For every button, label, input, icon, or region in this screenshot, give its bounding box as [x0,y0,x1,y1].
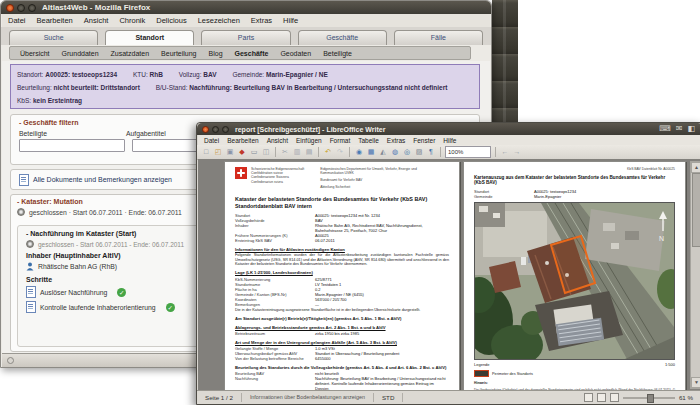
cut-icon[interactable]: ✂ [280,147,290,157]
filter-field-label-beteiligte: Beteiligte [19,130,126,137]
export-pdf-icon[interactable]: ◆ [237,147,247,157]
scroll-up-arrow[interactable]: ▲ [691,162,700,173]
undo-icon[interactable]: ↶ [323,147,333,157]
menu-tabelle[interactable]: Tabelle [358,137,379,144]
open-icon[interactable]: ◰ [213,147,223,157]
subtab-grunddaten[interactable]: Grunddaten [62,50,99,57]
swiss-cross-logo-icon [235,167,247,179]
toolbar-separator [275,147,276,157]
menu-datei[interactable]: Datei [8,16,26,25]
multi-page-view-icon[interactable] [597,393,606,402]
maximize-button[interactable] [28,4,36,12]
keyboard-indicator-icon[interactable]: ⌨ [659,124,671,133]
mail-indicator-icon[interactable]: ✉ [676,124,683,133]
info-line-1: Standort: A00025: testoeops1234 KTU: RhB… [17,68,473,81]
tab-suche[interactable]: Suche [9,30,98,45]
all-documents-link[interactable]: Alle Dokumente und Bemerkungen anzeigen [33,176,172,183]
document-area: Schweizerische Eidgenossenschaft Confédé… [198,159,700,391]
draw-functions-icon[interactable]: ◭ [378,147,388,157]
check-icon: ✓ [117,288,126,297]
zoom-combobox[interactable]: 100% [445,146,491,158]
task-icon [26,286,36,298]
copy-icon[interactable]: ▥ [292,147,302,157]
document-title: Kataster der belasteten Standorte des Bu… [235,196,440,209]
close-button[interactable] [6,4,14,12]
paste-icon[interactable]: ▤ [304,147,314,157]
toolbar-separator [318,147,319,157]
table-icon[interactable]: ▦ [366,147,376,157]
book-view-icon[interactable] [610,393,619,402]
gallery-icon[interactable]: ▨ [414,147,424,157]
minimize-button[interactable] [17,4,25,12]
window-title: Altlast4Web - Mozilla Firefox [42,3,150,12]
hinweis-label: Hinweis: [474,381,675,385]
vertical-scrollbar[interactable]: ▲ ▼ [690,161,700,389]
page-preview-icon[interactable]: ◫ [261,147,271,157]
letterhead: Schweizerische Eidgenossenschaft Confédé… [235,167,449,191]
section-header: Ablagerungs- und Betriebsstandorte gemäs… [235,325,449,330]
menu-bearbeiten[interactable]: Bearbeiten [37,16,73,25]
subtab-beurteilung[interactable]: Beurteilung [161,50,196,57]
step-kontrolle-link[interactable]: Kontrolle laufende Inhaberorientierung [40,304,156,311]
background-window-edge [492,0,518,132]
menu-delicious[interactable]: Delicious [156,16,186,25]
zoom-slider[interactable] [623,397,675,399]
nav-back-icon[interactable]: ← [500,147,510,157]
inhaber-link[interactable]: Rhätische Bahn AG (RhB) [38,263,117,270]
tab-faelle[interactable]: Fälle [394,30,483,45]
step-ausloeser-link[interactable]: Auslöser Nachführung [40,289,107,296]
menu-lesezeichen[interactable]: Lesezeichen [198,16,240,25]
session-indicator-icon[interactable]: ◧ [687,124,695,133]
main-tab-bar: Suche Standort Parts Geschäfte Fälle [1,27,491,45]
menu-fenster[interactable]: Fenster [413,137,435,144]
indicator-tray: ⌨ ✉ ◧ [659,124,695,133]
minimize-button[interactable] [212,126,219,133]
svg-text:N: N [659,235,664,242]
subtab-beteiligte[interactable]: Beteiligte [323,50,352,57]
menu-chronik[interactable]: Chronik [119,16,145,25]
tab-standort[interactable]: Standort [105,30,194,45]
redo-icon[interactable]: ↷ [335,147,345,157]
menu-ansicht[interactable]: Ansicht [84,16,109,25]
scrollbar-thumb[interactable] [692,173,700,247]
save-icon[interactable]: ▣ [225,147,235,157]
nonprinting-chars-icon[interactable]: ¶ [426,147,436,157]
single-page-view-icon[interactable] [584,393,593,402]
subtab-zusatzdaten[interactable]: Zusatzdaten [111,50,150,57]
tab-parts[interactable]: Parts [201,30,290,45]
menu-einfuegen[interactable]: Einfügen [296,137,322,144]
menu-datei[interactable]: Datei [204,137,219,144]
subtab-blog[interactable]: Blog [209,50,223,57]
menu-hilfe[interactable]: Hilfe [283,16,298,25]
scroll-down-arrow[interactable]: ▼ [691,377,700,388]
maximize-button[interactable] [222,126,229,133]
menu-format[interactable]: Format [330,137,351,144]
status-insert-mode[interactable]: STD [374,393,403,402]
status-hint: Informationen über Bodenbelastungen anze… [242,393,374,402]
new-document-icon[interactable]: □ [201,147,211,157]
tab-geschaefte[interactable]: Geschäfte [298,30,387,45]
nav-forward-icon[interactable]: → [512,147,522,157]
print-icon[interactable]: ▭ [249,147,259,157]
zoom-controls: 61 % [584,393,700,402]
legend-item: Perimeter des Standorts [474,370,675,377]
beteiligte-input[interactable] [19,139,125,152]
menu-extras[interactable]: Extras [387,137,405,144]
info-line-3: KbS: kein Ersteintrag [17,94,473,107]
subtab-uebersicht[interactable]: Übersicht [20,50,50,57]
hyperlink-icon[interactable]: ◉ [354,147,364,157]
close-button[interactable] [202,126,209,133]
subtab-geschaefte[interactable]: Geschäfte [235,50,269,57]
zoom-percentage[interactable]: 61 % [679,394,693,401]
menu-bearbeiten[interactable]: Bearbeiten [227,137,258,144]
gear-icon [26,240,34,248]
find-replace-icon[interactable]: ◍ [390,147,400,157]
subtab-geodaten[interactable]: Geodaten [280,50,311,57]
menu-ansicht[interactable]: Ansicht [267,137,288,144]
menu-extras[interactable]: Extras [251,16,272,25]
menu-hilfe[interactable]: Hilfe [443,137,456,144]
navigator-icon[interactable]: ◎ [402,147,412,157]
sub-tab-bar: Übersicht Grunddaten Zusatzdaten Beurtei… [9,46,471,60]
status-page-indicator[interactable]: Seite 1 / 2 [197,393,242,402]
section-header: Art und Menge der in den Untergrund gela… [235,340,449,345]
